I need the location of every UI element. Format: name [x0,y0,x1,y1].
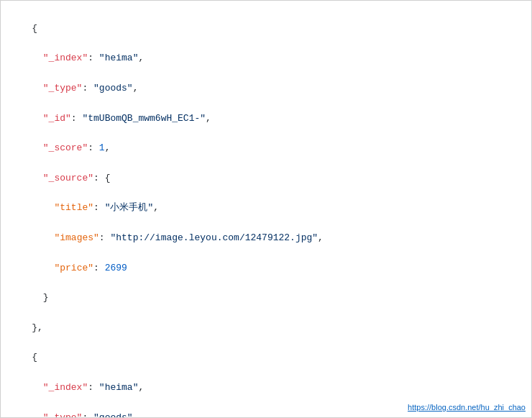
line-1: { [9,22,523,37]
line-14: "_type": "goods", [9,411,523,418]
line-2: "_index": "heima", [9,51,523,66]
line-9: "price": 2699 [9,261,523,276]
line-8: "images": "http://image.leyou.com/124791… [9,231,523,246]
code-container: { "_index": "heima", "_type": "goods", "… [0,0,532,418]
line-3: "_type": "goods", [9,81,523,96]
line-7: "title": "小米手机", [9,201,523,216]
line-10: } [9,291,523,306]
line-12: { [9,350,523,365]
line-4: "_id": "tmUBomQB_mwm6wH_EC1-", [9,112,523,127]
code-block: { "_index": "heima", "_type": "goods", "… [1,1,531,418]
line-11: }, [9,321,523,336]
line-5: "_score": 1, [9,141,523,156]
line-6: "_source": { [9,171,523,186]
line-13: "_index": "heima", [9,381,523,396]
watermark: https://blog.csdn.net/hu_zhi_chao [408,403,526,412]
